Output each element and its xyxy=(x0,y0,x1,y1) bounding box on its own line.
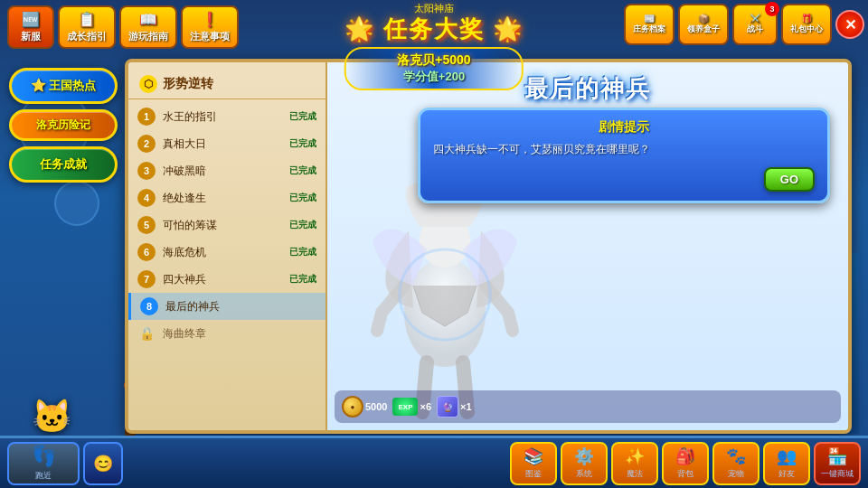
gift-label: 礼包中心 xyxy=(790,23,823,35)
coin-icon: ● xyxy=(342,396,363,418)
item-count: ×1 xyxy=(460,401,472,412)
nearby-icon: 👣 xyxy=(32,445,56,468)
notice-icon: ❗ xyxy=(201,11,219,28)
chapter-name: 冲破黑暗 xyxy=(163,164,282,179)
mission-title: 最后的神兵 xyxy=(524,73,651,105)
kingdom-label: 王国热点 xyxy=(49,79,96,92)
taskbar: 👣 跑近 😊 📚 图鉴 ⚙️ 系统 ✨ 魔法 🎒 背包 🐾 宠物 👥 好友 🏪 … xyxy=(0,436,868,488)
gift-btn[interactable]: 🎁 礼包中心 xyxy=(781,4,832,45)
play-guide-btn[interactable]: 📖 游玩指南 xyxy=(119,5,177,49)
exp-icon: EXP xyxy=(392,398,418,416)
illustration-label: 图鉴 xyxy=(525,468,542,480)
chapter-list-page: ⬡ 形势逆转 1 水王的指引 已完成 2 真相大日 已完成 3 冲破黑暗 已完成… xyxy=(128,62,327,430)
chapter-num: 7 xyxy=(137,270,156,288)
backpack-icon: 🎒 xyxy=(675,446,695,466)
achievement-btn[interactable]: 任务成就 xyxy=(9,146,118,183)
chapter-status: 已完成 xyxy=(289,219,316,231)
chapter-status: 已完成 xyxy=(289,246,316,258)
chapter-name: 四大神兵 xyxy=(163,272,282,287)
archives-btn[interactable]: 📰 庄务档案 xyxy=(624,4,675,45)
shop-btn[interactable]: 🏪 一键商城 xyxy=(814,442,861,485)
system-icon: ⚙️ xyxy=(574,446,594,466)
friends-icon: 👥 xyxy=(777,446,797,466)
illustration-icon: 📚 xyxy=(524,446,543,466)
kingdom-hotspot-btn[interactable]: ⭐ 王国热点 xyxy=(9,68,118,104)
nearby-btn[interactable]: 👣 跑近 xyxy=(7,442,80,485)
hero-svg xyxy=(354,168,535,421)
adventure-label: 洛克历险记 xyxy=(36,118,90,131)
tooltip-text: 四大神兵缺一不可，艾瑟丽贝究竟在哪里呢？ xyxy=(433,141,815,158)
chapter-name: 海底危机 xyxy=(163,245,282,260)
growth-icon: 📋 xyxy=(78,11,96,28)
friends-btn[interactable]: 👥 好友 xyxy=(763,442,810,485)
chat-btn[interactable]: 😊 xyxy=(83,442,123,485)
coin-count: 5000 xyxy=(365,401,387,412)
exp-count: ×6 xyxy=(420,401,431,412)
growth-label: 成长指引 xyxy=(67,30,107,43)
adopt-icon: 📦 xyxy=(698,14,709,23)
magic-icon: ✨ xyxy=(625,446,645,466)
chapter-item[interactable]: 3 冲破黑暗 已完成 xyxy=(128,157,326,184)
chapter-status: 已完成 xyxy=(289,192,316,204)
new-icon: 🆕 xyxy=(22,11,40,28)
chapter-status: 已完成 xyxy=(289,273,316,286)
chapter-header: ⬡ 形势逆转 xyxy=(128,70,326,99)
lock-icon: 🔒 xyxy=(137,324,156,343)
chapter-num: 6 xyxy=(137,243,156,261)
backpack-label: 背包 xyxy=(677,468,693,480)
adopt-btn[interactable]: 📦 领养盒子 xyxy=(678,4,729,45)
chapter-num: 8 xyxy=(140,297,158,315)
pet-icon: 🐾 xyxy=(726,446,746,466)
friends-label: 好友 xyxy=(778,468,795,480)
backpack-btn[interactable]: 🎒 背包 xyxy=(662,442,709,485)
chapter-item[interactable]: 1 水王的指引 已完成 xyxy=(128,103,326,130)
chapter-item-selected[interactable]: 8 最后的神兵 xyxy=(128,293,326,320)
chapter-name-locked: 海曲终章 xyxy=(163,326,316,342)
chapter-name: 真相大日 xyxy=(163,136,282,152)
adopt-label: 领养盒子 xyxy=(687,23,720,35)
mission-detail-page: 最后的神兵 xyxy=(327,62,848,430)
system-btn[interactable]: ⚙️ 系统 xyxy=(561,442,608,485)
battle-label: 战斗 xyxy=(747,23,763,35)
item-icon: 🔮 xyxy=(437,396,458,418)
growth-guide-btn[interactable]: 📋 成长指引 xyxy=(58,5,116,49)
shop-icon: 🏪 xyxy=(827,446,847,466)
illustration-btn[interactable]: 📚 图鉴 xyxy=(510,442,557,485)
coin-reward: ● 5000 xyxy=(342,396,387,418)
chapter-name: 最后的神兵 xyxy=(165,299,316,314)
close-button[interactable]: ✕ xyxy=(835,10,864,39)
guide-label: 游玩指南 xyxy=(128,30,168,43)
chapter-name: 绝处逢生 xyxy=(163,191,282,206)
chapter-name: 可怕的筹谋 xyxy=(163,218,282,233)
chapter-item[interactable]: 6 海底危机 已完成 xyxy=(128,239,326,266)
chapter-num: 1 xyxy=(137,108,156,126)
nearby-label: 跑近 xyxy=(35,470,52,482)
exp-reward: EXP ×6 xyxy=(392,398,431,416)
chapter-num: 2 xyxy=(137,135,156,153)
chapter-item[interactable]: 4 绝处逢生 已完成 xyxy=(128,184,326,211)
magic-btn[interactable]: ✨ 魔法 xyxy=(611,442,658,485)
chapter-item[interactable]: 5 可怕的筹谋 已完成 xyxy=(128,211,326,239)
shop-label: 一键商城 xyxy=(821,468,854,480)
adventure-btn[interactable]: 洛克历险记 xyxy=(9,109,118,141)
story-tooltip: 剧情提示 四大神兵缺一不可，艾瑟丽贝究竟在哪里呢？ GO xyxy=(418,108,830,203)
archives-icon: 📰 xyxy=(644,14,655,23)
chapter-status: 已完成 xyxy=(289,164,316,177)
chapter-item[interactable]: 7 四大神兵 已完成 xyxy=(128,266,326,293)
gift-icon: 🎁 xyxy=(801,14,812,23)
battle-btn[interactable]: 3 ⚔️ 战斗 xyxy=(732,4,778,45)
chapter-item[interactable]: 2 真相大日 已完成 xyxy=(128,130,326,157)
new-label: 新服 xyxy=(21,30,41,43)
system-label: 系统 xyxy=(576,468,592,480)
notice-btn[interactable]: ❗ 注意事项 xyxy=(181,5,239,49)
go-button[interactable]: GO xyxy=(764,167,815,192)
guide-icon: 📖 xyxy=(139,11,157,28)
achievement-label: 任务成就 xyxy=(40,157,87,171)
pet-label: 宠物 xyxy=(728,468,744,480)
chapter-num: 4 xyxy=(137,189,156,207)
chapter-name: 水王的指引 xyxy=(163,109,282,125)
main-content: ⭐ 王国热点 洛克历险记 任务成就 ⬡ 形势逆转 1 水王的指引 已完成 2 xyxy=(9,59,859,434)
tooltip-title: 剧情提示 xyxy=(433,119,815,136)
pet-btn[interactable]: 🐾 宠物 xyxy=(712,442,760,485)
new-server-btn[interactable]: 🆕 新服 xyxy=(7,5,54,49)
